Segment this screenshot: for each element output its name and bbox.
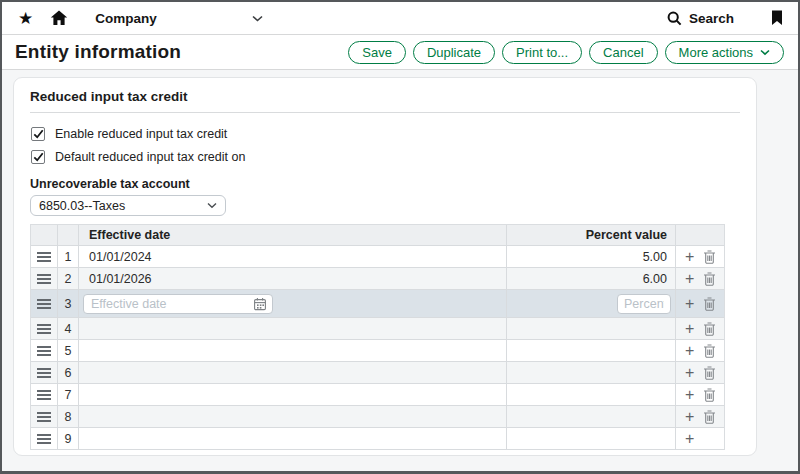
percent-value-cell[interactable]: [507, 428, 676, 449]
percent-value-cell[interactable]: [507, 406, 676, 427]
row-actions: +: [676, 428, 724, 449]
table-row: 8 +: [31, 406, 724, 428]
row-number: 5: [58, 340, 79, 361]
calendar-icon[interactable]: [253, 297, 267, 311]
effective-date-cell[interactable]: [79, 384, 507, 405]
enable-ritc-checkbox-row[interactable]: Enable reduced input tax credit: [31, 126, 740, 141]
add-row-icon[interactable]: +: [685, 296, 694, 312]
unrecoverable-tax-account-select[interactable]: 6850.03--Taxes: [30, 195, 226, 216]
add-row-icon[interactable]: +: [685, 387, 694, 403]
drag-handle[interactable]: [31, 340, 58, 361]
table-row: 7 +: [31, 384, 724, 406]
percent-value-cell[interactable]: [507, 340, 676, 361]
effective-date-cell[interactable]: 01/01/2024: [79, 246, 507, 267]
row-actions: +: [676, 290, 724, 317]
table-row: 6 +: [31, 362, 724, 384]
effective-date-cell[interactable]: [79, 406, 507, 427]
drag-handle-icon: [37, 324, 51, 334]
bookmark-icon[interactable]: [771, 10, 783, 26]
unrecoverable-tax-account-value: 6850.03--Taxes: [39, 199, 125, 213]
percent-value-cell[interactable]: [507, 384, 676, 405]
drag-handle[interactable]: [31, 362, 58, 383]
drag-handle-icon: [37, 412, 51, 422]
print-to-button[interactable]: Print to...: [502, 41, 582, 64]
more-actions-button[interactable]: More actions: [665, 41, 784, 64]
top-bar: ★ Company Search: [2, 2, 798, 35]
percent-value-cell[interactable]: 5.00: [507, 246, 676, 267]
drag-handle-icon: [37, 368, 51, 378]
search-button[interactable]: Search: [667, 11, 734, 26]
drag-handle-icon: [37, 252, 51, 262]
effective-date-input[interactable]: [83, 294, 273, 314]
checkmark-icon: [33, 129, 44, 139]
action-buttons: Save Duplicate Print to... Cancel More a…: [348, 41, 784, 64]
percent-value-column-header: Percent value: [507, 225, 676, 245]
enable-ritc-label: Enable reduced input tax credit: [55, 127, 227, 141]
chevron-down-icon: [207, 202, 217, 209]
chevron-down-icon: [760, 49, 770, 56]
add-row-icon[interactable]: +: [685, 249, 694, 265]
effective-date-cell[interactable]: [79, 362, 507, 383]
add-row-icon[interactable]: +: [685, 343, 694, 359]
checkmark-icon: [33, 152, 44, 162]
row-actions: +: [676, 246, 724, 267]
row-actions: +: [676, 340, 724, 361]
section-heading: Reduced input tax credit: [30, 89, 740, 104]
delete-row-icon[interactable]: [703, 297, 716, 311]
page-title: Entity information: [15, 41, 181, 63]
percent-value-cell[interactable]: [507, 318, 676, 339]
table-row: 9 +: [31, 428, 724, 450]
section-divider: [30, 112, 740, 113]
drag-handle[interactable]: [31, 246, 58, 267]
add-row-icon[interactable]: +: [685, 321, 694, 337]
default-ritc-checkbox-row[interactable]: Default reduced input tax credit on: [31, 149, 740, 164]
drag-handle[interactable]: [31, 318, 58, 339]
cancel-button[interactable]: Cancel: [589, 41, 657, 64]
drag-handle[interactable]: [31, 428, 58, 449]
add-row-icon[interactable]: +: [685, 409, 694, 425]
default-ritc-checkbox[interactable]: [31, 150, 45, 164]
add-row-icon[interactable]: +: [685, 271, 694, 287]
drag-handle[interactable]: [31, 406, 58, 427]
delete-row-icon[interactable]: [703, 366, 716, 380]
row-number: 1: [58, 246, 79, 267]
duplicate-button[interactable]: Duplicate: [413, 41, 495, 64]
delete-row-icon[interactable]: [703, 410, 716, 424]
table-row-active: 3 +: [31, 290, 724, 318]
table-row: 5 +: [31, 340, 724, 362]
effective-date-cell[interactable]: [79, 318, 507, 339]
percent-input[interactable]: [617, 294, 671, 314]
effective-date-cell[interactable]: [79, 340, 507, 361]
row-actions: +: [676, 406, 724, 427]
effective-date-cell[interactable]: 01/01/2026: [79, 268, 507, 289]
actions-column-header: [676, 225, 724, 245]
effective-date-cell[interactable]: [79, 428, 507, 449]
row-number: 4: [58, 318, 79, 339]
drag-handle[interactable]: [31, 268, 58, 289]
delete-row-icon[interactable]: [703, 322, 716, 336]
row-number: 3: [58, 290, 79, 317]
home-icon[interactable]: [50, 10, 68, 26]
percent-value-cell[interactable]: [507, 362, 676, 383]
delete-row-icon[interactable]: [703, 388, 716, 402]
drag-column-header: [31, 225, 58, 245]
drag-handle[interactable]: [31, 290, 58, 317]
delete-row-icon[interactable]: [703, 250, 716, 264]
company-dropdown-label: Company: [95, 11, 157, 26]
delete-row-icon[interactable]: [703, 344, 716, 358]
effective-date-cell: [79, 290, 507, 317]
favorites-star-icon[interactable]: ★: [18, 10, 33, 27]
row-number: 8: [58, 406, 79, 427]
drag-handle[interactable]: [31, 384, 58, 405]
delete-row-icon[interactable]: [703, 272, 716, 286]
enable-ritc-checkbox[interactable]: [31, 127, 45, 141]
company-dropdown[interactable]: Company: [95, 11, 263, 26]
save-button[interactable]: Save: [348, 41, 406, 64]
unrecoverable-tax-account-label: Unrecoverable tax account: [30, 177, 740, 191]
row-number: 6: [58, 362, 79, 383]
drag-handle-icon: [37, 434, 51, 444]
percent-value-cell[interactable]: 6.00: [507, 268, 676, 289]
add-row-icon[interactable]: +: [685, 431, 694, 447]
table-row: 4 +: [31, 318, 724, 340]
add-row-icon[interactable]: +: [685, 365, 694, 381]
